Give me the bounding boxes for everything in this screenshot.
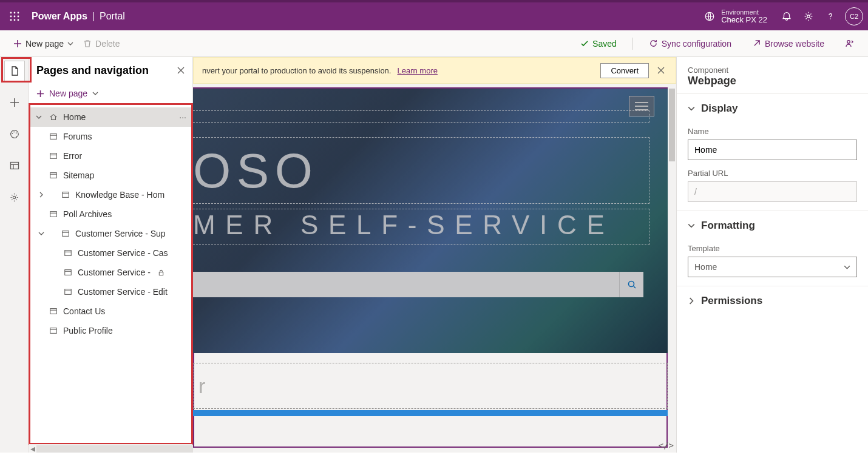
section-formatting[interactable]: Formatting — [677, 211, 868, 240]
section-display[interactable]: Display — [677, 94, 868, 123]
hamburger-icon[interactable] — [629, 96, 654, 116]
env-label: Environment — [721, 8, 767, 16]
tree-item-home[interactable]: Home ··· — [29, 107, 192, 127]
tree-item-error[interactable]: Error — [29, 146, 192, 166]
svg-rect-20 — [50, 173, 57, 178]
search-input[interactable] — [193, 272, 619, 297]
panel-h-scrollbar[interactable]: ◂ — [29, 444, 192, 453]
cmd-sync[interactable]: Sync configuration — [644, 34, 736, 53]
hero-section[interactable]: OSO MER SELF-SERVICE — [193, 89, 668, 353]
convert-button[interactable]: Convert — [600, 63, 649, 78]
tree-item-contact[interactable]: Contact Us — [29, 302, 192, 321]
rail-templates-icon[interactable] — [4, 155, 25, 176]
editable-region[interactable] — [193, 209, 649, 245]
code-view-toggle[interactable]: </> — [659, 440, 674, 450]
tree-item-forums[interactable]: Forums — [29, 127, 192, 146]
cmd-delete: Delete — [78, 34, 124, 53]
user-avatar[interactable]: C2 — [845, 7, 863, 25]
svg-point-5 — [18, 16, 19, 18]
section-permissions[interactable]: Permissions — [677, 286, 868, 315]
rail-settings-icon[interactable] — [4, 187, 25, 207]
svg-point-13 — [12, 133, 13, 134]
editable-region[interactable] — [193, 110, 649, 123]
svg-rect-22 — [50, 212, 57, 217]
hero-search — [193, 272, 643, 297]
tree-item-cs-edit[interactable]: Customer Service - Edit — [29, 282, 192, 302]
app-launcher-icon[interactable] — [5, 7, 24, 26]
cmd-browse[interactable]: Browse website — [747, 34, 829, 53]
svg-point-7 — [14, 19, 16, 21]
page-icon — [49, 307, 58, 315]
tree-item-cs-cases[interactable]: Customer Service - Cas — [29, 243, 192, 263]
tree-item-cs-locked[interactable]: Customer Service - — [29, 263, 192, 282]
brand-area: Portal — [100, 11, 125, 21]
hero-title[interactable]: OSO — [193, 143, 319, 199]
svg-point-8 — [18, 19, 19, 21]
cmd-new-page[interactable]: New page — [8, 34, 78, 53]
page-icon — [63, 249, 73, 257]
svg-rect-23 — [63, 231, 69, 237]
svg-point-12 — [847, 40, 850, 43]
svg-rect-25 — [65, 270, 72, 275]
brand: Power Apps|Portal — [32, 11, 125, 22]
canvas-v-scrollbar[interactable] — [668, 89, 676, 453]
learn-more-link[interactable]: Learn more — [397, 66, 437, 75]
svg-rect-24 — [65, 251, 72, 256]
svg-rect-26 — [159, 272, 163, 275]
hero-subtitle[interactable]: MER SELF-SERVICE — [193, 210, 615, 240]
chevron-right-icon[interactable] — [36, 192, 46, 198]
svg-rect-16 — [10, 163, 18, 169]
rail-themes-icon[interactable] — [4, 124, 25, 144]
template-select[interactable]: Home — [688, 257, 857, 277]
rail-pages-icon[interactable] — [4, 61, 25, 81]
tree-item-cs-support[interactable]: Customer Service - Sup — [29, 224, 192, 243]
svg-rect-27 — [65, 289, 72, 295]
tree-item-kb[interactable]: Knowledge Base - Hom — [29, 185, 192, 204]
cmd-user-mode[interactable] — [840, 34, 860, 53]
rail-components-icon[interactable] — [4, 92, 25, 113]
editable-text-region[interactable]: r — [193, 363, 668, 409]
home-icon — [49, 113, 58, 121]
svg-point-15 — [15, 132, 16, 133]
close-icon[interactable] — [655, 67, 667, 74]
svg-rect-18 — [50, 134, 57, 140]
svg-point-14 — [13, 132, 15, 133]
settings-icon[interactable] — [798, 5, 819, 27]
chevron-down-icon[interactable] — [34, 114, 44, 120]
panel-new-page[interactable]: New page — [29, 84, 192, 104]
chevron-down-icon[interactable] — [36, 231, 46, 237]
svg-point-30 — [628, 281, 634, 287]
environment-picker[interactable]: Environment Check PX 22 — [704, 8, 767, 24]
name-label: Name — [688, 127, 857, 136]
section-two[interactable]: r — [193, 363, 668, 423]
name-field[interactable] — [688, 140, 857, 160]
svg-rect-21 — [63, 192, 69, 198]
warning-text: nvert your portal to production to avoid… — [202, 66, 391, 75]
close-icon[interactable] — [177, 66, 185, 75]
tree-item-polls[interactable]: Poll Archives — [29, 204, 192, 224]
more-icon[interactable]: ··· — [179, 112, 189, 122]
notifications-icon[interactable] — [776, 5, 798, 27]
page-icon — [61, 229, 70, 238]
svg-rect-19 — [50, 153, 57, 159]
properties-pane: Component Webpage Display Name Partial U… — [676, 57, 868, 453]
help-icon[interactable] — [819, 5, 841, 27]
svg-point-6 — [10, 19, 12, 21]
svg-point-11 — [830, 18, 830, 19]
svg-point-17 — [13, 196, 15, 198]
editable-region[interactable] — [193, 137, 649, 204]
search-icon[interactable] — [619, 272, 643, 297]
svg-point-2 — [18, 12, 19, 14]
page-icon — [49, 326, 58, 335]
trial-warning: nvert your portal to production to avoid… — [193, 57, 676, 84]
tree-item-profile[interactable]: Public Profile — [29, 321, 192, 340]
pages-tree: Home ··· Forums Error Sitemap Knowledge … — [29, 104, 192, 444]
page-icon — [49, 132, 58, 141]
svg-point-3 — [10, 16, 12, 18]
template-label: Template — [688, 244, 857, 253]
page-icon — [61, 190, 70, 199]
status-saved: Saved — [575, 34, 622, 53]
pages-panel: Pages and navigation New page Home ··· F… — [29, 57, 193, 453]
page-icon — [49, 210, 58, 218]
tree-item-sitemap[interactable]: Sitemap — [29, 166, 192, 185]
